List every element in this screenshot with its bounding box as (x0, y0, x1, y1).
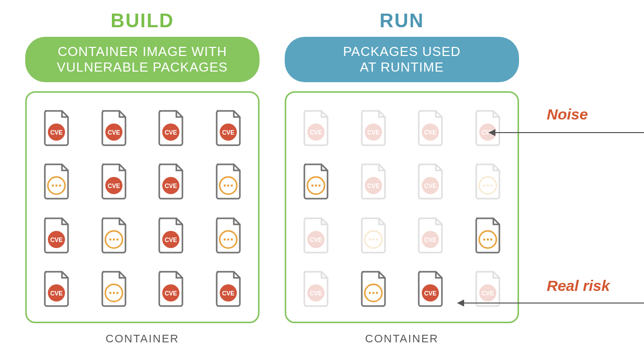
svg-point-31 (231, 238, 233, 240)
svg-point-11 (59, 185, 61, 187)
svg-text:CVE: CVE (165, 183, 177, 190)
svg-point-29 (224, 238, 226, 240)
svg-point-23 (109, 238, 111, 240)
run-pill-line1: PACKAGES USED (343, 44, 461, 59)
cve-package-icon: CVE (473, 110, 502, 146)
svg-text:CVE: CVE (165, 290, 177, 297)
svg-text:CVE: CVE (165, 236, 177, 244)
svg-point-53 (318, 185, 320, 187)
run-panel: RUN PACKAGES USED AT RUNTIME CVE CVE CVE… (285, 10, 519, 345)
svg-point-67 (375, 238, 377, 240)
cve-package-icon: CVE (42, 110, 71, 146)
build-grid: CVE CVE CVE CVE CVE CVE (37, 107, 248, 310)
cve-package-icon: CVE (214, 271, 243, 307)
svg-text:CVE: CVE (50, 129, 63, 136)
svg-point-73 (490, 238, 492, 240)
cve-package-icon: CVE (99, 163, 128, 200)
svg-point-66 (372, 238, 374, 240)
svg-point-19 (231, 185, 233, 187)
cve-package-icon: CVE (156, 163, 185, 200)
cve-package-icon: CVE (214, 110, 243, 146)
build-container-label: CONTAINER (25, 332, 260, 345)
svg-point-36 (112, 292, 114, 294)
svg-text:CVE: CVE (310, 129, 323, 136)
build-stage-title: BUILD (25, 10, 260, 32)
svg-text:CVE: CVE (310, 236, 323, 244)
svg-text:CVE: CVE (424, 183, 437, 190)
real-risk-callout: Real risk (547, 277, 610, 294)
other-package-icon (473, 217, 502, 254)
svg-text:CVE: CVE (482, 290, 494, 297)
svg-text:CVE: CVE (50, 236, 63, 244)
cve-package-icon: CVE (301, 271, 331, 307)
cve-package-icon: CVE (99, 110, 128, 146)
svg-point-24 (112, 238, 114, 240)
svg-point-59 (483, 185, 485, 187)
svg-point-10 (55, 185, 57, 187)
svg-point-35 (109, 292, 111, 294)
svg-text:CVE: CVE (107, 183, 120, 190)
cve-package-icon: CVE (416, 217, 445, 254)
cve-package-icon: CVE (359, 163, 388, 200)
svg-text:CVE: CVE (107, 129, 120, 136)
build-pill-line2: VULNERABLE PACKAGES (57, 59, 228, 75)
other-package-icon (99, 217, 128, 254)
svg-text:CVE: CVE (367, 183, 379, 190)
cve-package-icon: CVE (301, 217, 331, 254)
other-package-icon (359, 217, 388, 254)
run-pill-line2: AT RUNTIME (360, 59, 443, 75)
svg-point-71 (483, 238, 485, 240)
build-panel: BUILD CONTAINER IMAGE WITH VULNERABLE PA… (25, 10, 260, 345)
noise-arrow (489, 132, 644, 133)
cve-package-icon: CVE (42, 271, 71, 307)
cve-package-icon: CVE (156, 110, 185, 146)
svg-point-18 (227, 185, 229, 187)
cve-package-icon: CVE (156, 217, 185, 254)
other-package-icon (301, 163, 331, 200)
svg-text:CVE: CVE (424, 290, 437, 297)
svg-text:CVE: CVE (310, 290, 323, 297)
cve-package-icon: CVE (42, 217, 71, 254)
run-grid: CVE CVE CVE CVE CVE CVE (296, 107, 507, 310)
svg-point-9 (52, 185, 54, 187)
cve-package-icon: CVE (473, 271, 502, 307)
other-package-icon (359, 271, 388, 307)
run-stage-title: RUN (285, 10, 519, 32)
noise-callout: Noise (547, 106, 588, 123)
svg-text:CVE: CVE (165, 129, 177, 136)
cve-package-icon: CVE (416, 163, 445, 200)
build-pill-line1: CONTAINER IMAGE WITH (58, 44, 227, 59)
svg-point-30 (227, 238, 229, 240)
other-package-icon (214, 217, 243, 254)
svg-text:CVE: CVE (424, 236, 437, 244)
cve-package-icon: CVE (416, 110, 445, 146)
svg-text:CVE: CVE (222, 290, 235, 297)
other-package-icon (99, 271, 128, 307)
svg-point-79 (375, 292, 377, 294)
svg-text:CVE: CVE (50, 290, 63, 297)
svg-point-51 (311, 185, 313, 187)
cve-package-icon: CVE (416, 271, 445, 307)
svg-point-25 (116, 238, 118, 240)
svg-text:CVE: CVE (222, 129, 235, 136)
svg-text:CVE: CVE (424, 129, 437, 136)
svg-point-77 (368, 292, 370, 294)
other-package-icon (473, 163, 502, 200)
cve-package-icon: CVE (156, 271, 185, 307)
svg-point-17 (224, 185, 226, 187)
svg-point-37 (116, 292, 118, 294)
svg-point-72 (487, 238, 489, 240)
svg-text:CVE: CVE (367, 129, 379, 136)
other-package-icon (214, 163, 243, 200)
svg-point-78 (372, 292, 374, 294)
cve-package-icon: CVE (359, 110, 388, 146)
svg-point-52 (315, 185, 317, 187)
cve-package-icon: CVE (301, 110, 331, 146)
other-package-icon (42, 163, 71, 200)
run-pill: PACKAGES USED AT RUNTIME (285, 37, 519, 82)
run-container-box: CVE CVE CVE CVE CVE CVE (285, 91, 519, 323)
run-container-label: CONTAINER (285, 332, 519, 345)
svg-point-65 (368, 238, 370, 240)
svg-point-60 (487, 185, 489, 187)
build-pill: CONTAINER IMAGE WITH VULNERABLE PACKAGES (25, 37, 260, 82)
